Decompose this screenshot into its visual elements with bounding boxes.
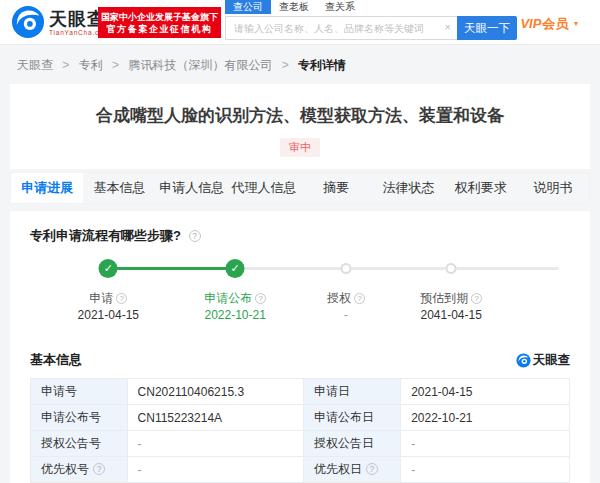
basic-info-table: 申请号 CN202110406215.3 申请日 2021-04-15 申请公布… (30, 378, 570, 483)
step-label-publication: 申请公布? (204, 290, 266, 307)
search-type-tabs: 查公司 查老板 查关系 (225, 0, 517, 14)
patent-title: 合成嘴型人脸的识别方法、模型获取方法、装置和设备 (10, 104, 590, 127)
patent-title-card: 合成嘴型人脸的识别方法、模型获取方法、装置和设备 审中 (10, 84, 590, 169)
step-label-grant: 授权? (327, 290, 365, 307)
tab-abstract[interactable]: 摘要 (300, 173, 372, 203)
field-label: 授权公告号 (31, 431, 128, 457)
step-label-application: 申请? (89, 290, 127, 307)
search-tab-relation[interactable]: 查关系 (317, 0, 363, 14)
patent-process-stepper: ✓ ✓ 申请? 申请公布? 授权? 预估到期? 2021-04-15 2022-… (30, 259, 570, 337)
tab-applicant-info[interactable]: 申请人信息 (156, 173, 228, 203)
check-icon: ✓ (231, 262, 240, 274)
field-value: CN115223214A (127, 405, 303, 431)
application-progress-panel: 专利申请流程有哪些步骤? ? ✓ ✓ 申请? 申请公布? 授权? 预估到期? 2… (10, 211, 590, 483)
breadcrumb-separator: > (112, 58, 119, 72)
step-date-application: 2021-04-15 (78, 308, 139, 322)
breadcrumb-home[interactable]: 天眼查 (17, 58, 53, 72)
tab-agent-info[interactable]: 代理人信息 (228, 173, 300, 203)
vip-prefix: VIP (520, 16, 541, 31)
vip-member-link[interactable]: VIP会员 ▾ (520, 15, 578, 33)
step-circle-expiry (446, 263, 457, 274)
search-tab-boss[interactable]: 查老板 (271, 0, 317, 14)
table-row: 申请公布号 CN115223214A 申请公布日 2022-10-21 (31, 405, 570, 431)
stepper-track-pending (235, 267, 559, 270)
tab-claims[interactable]: 权利要求 (445, 173, 517, 203)
breadcrumb: 天眼查 > 专利 > 腾讯科技（深圳）有限公司 > 专利详情 (0, 45, 600, 74)
status-badge: 审中 (280, 138, 320, 157)
step-date-grant: - (344, 308, 348, 322)
process-question-text: 专利申请流程有哪些步骤? (30, 228, 181, 243)
clear-input-icon[interactable]: × (445, 21, 451, 33)
field-label: 申请公布日 (303, 405, 400, 431)
step-circle-application: ✓ (99, 259, 118, 278)
header-search: 查公司 查老板 查关系 × 天眼一下 (225, 0, 517, 40)
help-icon[interactable]: ? (93, 463, 105, 475)
tianyancha-logo[interactable]: 天眼查 TianYanCha.com (11, 5, 110, 39)
breadcrumb-current: 专利详情 (298, 58, 346, 72)
help-icon[interactable]: ? (354, 293, 365, 304)
search-input[interactable] (225, 16, 457, 40)
field-value: 2022-10-21 (401, 405, 570, 431)
tianyancha-watermark-icon (516, 353, 531, 368)
search-tab-company[interactable]: 查公司 (225, 0, 271, 14)
field-label: 优先权日? (303, 457, 400, 483)
tianyancha-watermark: 天眼查 (516, 352, 571, 369)
step-date-expiry: 2041-04-15 (420, 308, 481, 322)
top-header: 天眼查 TianYanCha.com 国家中小企业发展子基金旗下 官方备案企业征… (0, 0, 600, 45)
stepper-track-done (108, 267, 235, 270)
table-row: 优先权号? - 优先权日? - (31, 457, 570, 483)
step-date-publication: 2022-10-21 (204, 308, 265, 322)
field-label: 申请公布号 (31, 405, 128, 431)
breadcrumb-separator: > (282, 58, 289, 72)
breadcrumb-company[interactable]: 腾讯科技（深圳）有限公司 (128, 58, 272, 72)
field-value: - (127, 431, 303, 457)
help-icon[interactable]: ? (366, 463, 378, 475)
detail-tab-bar: 申请进展 基本信息 申请人信息 代理人信息 摘要 法律状态 权利要求 说明书 (10, 172, 590, 204)
breadcrumb-separator: > (62, 58, 69, 72)
step-circle-grant (340, 263, 351, 274)
check-icon: ✓ (104, 262, 113, 274)
field-value: 2021-04-15 (401, 379, 570, 405)
tianyancha-logo-icon (11, 5, 45, 39)
caret-down-icon: ▾ (574, 19, 578, 28)
table-row: 授权公告号 - 授权公告日 - (31, 431, 570, 457)
banner-line2: 官方备案企业征信机构 (107, 23, 213, 35)
tab-application-progress[interactable]: 申请进展 (11, 173, 83, 203)
breadcrumb-patent[interactable]: 专利 (79, 58, 103, 72)
field-value: - (127, 457, 303, 483)
help-icon[interactable]: ? (255, 293, 266, 304)
help-icon[interactable]: ? (116, 293, 127, 304)
tab-basic-info[interactable]: 基本信息 (83, 173, 155, 203)
official-credit-banner: 国家中小企业发展子基金旗下 官方备案企业征信机构 (98, 7, 221, 38)
field-value: CN202110406215.3 (127, 379, 303, 405)
process-question-heading: 专利申请流程有哪些步骤? ? (30, 227, 570, 245)
banner-line1: 国家中小企业发展子基金旗下 (101, 11, 218, 23)
tab-specification[interactable]: 说明书 (517, 173, 589, 203)
vip-suffix: 会员 (542, 16, 568, 31)
help-icon[interactable]: ? (189, 230, 201, 242)
field-label: 优先权号? (31, 457, 128, 483)
field-label: 申请日 (303, 379, 400, 405)
field-value: - (401, 457, 570, 483)
field-label: 申请号 (31, 379, 128, 405)
tab-legal-status[interactable]: 法律状态 (372, 173, 444, 203)
search-button[interactable]: 天眼一下 (457, 16, 517, 40)
basic-info-heading: 基本信息 (30, 351, 82, 369)
watermark-text: 天眼查 (533, 352, 571, 369)
basic-info-header: 基本信息 天眼查 (30, 351, 570, 369)
field-label: 授权公告日 (303, 431, 400, 457)
table-row: 申请号 CN202110406215.3 申请日 2021-04-15 (31, 379, 570, 405)
field-value: - (401, 431, 570, 457)
help-icon[interactable]: ? (471, 293, 482, 304)
step-label-expiry: 预估到期? (420, 290, 482, 307)
step-circle-publication: ✓ (226, 259, 245, 278)
